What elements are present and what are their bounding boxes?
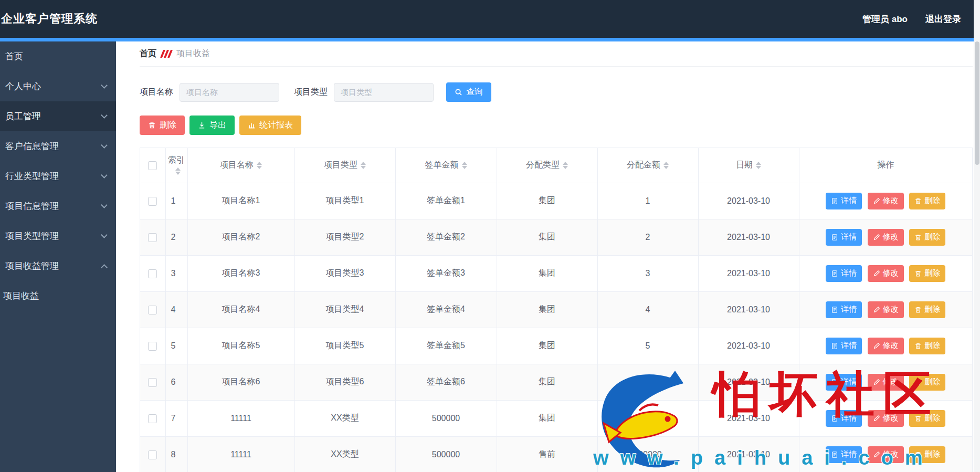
table-body: 1 项目名称1 项目类型1 签单金额1 集团 1 2021-03-10 详情 修… xyxy=(140,183,972,472)
breadcrumb: 首页 项目收益 xyxy=(140,41,973,67)
column-header[interactable]: 签单金额 xyxy=(395,148,497,183)
document-icon xyxy=(831,379,838,386)
sidebar-item[interactable]: 首页 xyxy=(0,41,116,71)
sort-icon[interactable] xyxy=(756,162,761,169)
sidebar-item[interactable]: 项目类型管理 xyxy=(0,221,116,251)
search-icon xyxy=(455,88,462,96)
sidebar-item[interactable]: 员工管理 xyxy=(0,101,116,131)
cell-alloc-amount: 6 xyxy=(597,364,698,400)
column-header[interactable]: 索引 xyxy=(165,148,187,183)
detail-button[interactable]: 详情 xyxy=(826,446,862,463)
cell-project-name: 项目名称1 xyxy=(187,183,294,219)
sort-icon[interactable] xyxy=(175,167,181,175)
row-checkbox[interactable] xyxy=(148,414,157,423)
delete-button[interactable]: 删除 xyxy=(140,116,185,135)
select-all-checkbox[interactable] xyxy=(148,161,157,170)
cell-alloc-type: 集团 xyxy=(497,400,597,436)
row-delete-button[interactable]: 删除 xyxy=(909,446,945,463)
detail-button[interactable]: 详情 xyxy=(826,265,862,282)
accent-strip xyxy=(0,38,980,41)
edit-button[interactable]: 修改 xyxy=(868,410,904,427)
edit-button[interactable]: 修改 xyxy=(868,193,904,209)
sort-icon[interactable] xyxy=(563,162,568,169)
sidebar-item[interactable]: 项目信息管理 xyxy=(0,191,116,221)
breadcrumb-separator-icon xyxy=(162,50,171,58)
detail-button[interactable]: 详情 xyxy=(826,229,862,246)
row-delete-button[interactable]: 删除 xyxy=(909,229,945,246)
logout-link[interactable]: 退出登录 xyxy=(925,13,961,25)
report-button[interactable]: 统计报表 xyxy=(239,116,301,135)
sidebar-item-label: 首页 xyxy=(5,50,23,62)
column-header-label: 分配金额 xyxy=(627,160,660,169)
column-header-label: 日期 xyxy=(736,160,753,169)
row-checkbox[interactable] xyxy=(148,306,157,314)
edit-button[interactable]: 修改 xyxy=(868,229,904,246)
sidebar-item[interactable]: 行业类型管理 xyxy=(0,161,116,191)
edit-button[interactable]: 修改 xyxy=(868,338,904,354)
row-delete-button[interactable]: 删除 xyxy=(909,410,945,427)
detail-button[interactable]: 详情 xyxy=(826,338,862,354)
cell-date: 2021-03-10 xyxy=(698,400,799,436)
row-checkbox[interactable] xyxy=(148,342,157,351)
project-type-label: 项目类型 xyxy=(294,87,328,98)
project-name-input[interactable] xyxy=(180,83,279,102)
sidebar-item[interactable]: 个人中心 xyxy=(0,71,116,101)
breadcrumb-current: 项目收益 xyxy=(176,48,210,59)
row-delete-button[interactable]: 删除 xyxy=(909,193,945,209)
cell-alloc-type: 集团 xyxy=(497,364,597,400)
page-scrollbar xyxy=(974,0,980,472)
edit-button[interactable]: 修改 xyxy=(868,446,904,463)
row-checkbox[interactable] xyxy=(148,450,157,459)
sidebar-item[interactable]: 项目收益管理 xyxy=(0,251,116,281)
column-header[interactable]: 项目类型 xyxy=(294,148,395,183)
trash-icon xyxy=(148,121,156,129)
chevron-icon xyxy=(101,202,108,208)
row-checkbox[interactable] xyxy=(148,233,157,242)
trash-icon xyxy=(914,306,922,313)
scrollbar-thumb[interactable] xyxy=(975,41,979,165)
column-header[interactable]: 分配类型 xyxy=(497,148,597,183)
query-button[interactable]: 查询 xyxy=(446,82,491,102)
download-icon xyxy=(198,121,206,129)
detail-button[interactable]: 详情 xyxy=(826,193,862,209)
detail-button[interactable]: 详情 xyxy=(826,301,862,318)
sidebar-item[interactable]: 客户信息管理 xyxy=(0,131,116,161)
detail-button[interactable]: 详情 xyxy=(826,374,862,391)
column-header[interactable]: 操作 xyxy=(799,148,972,183)
row-delete-button[interactable]: 删除 xyxy=(909,301,945,318)
breadcrumb-home[interactable]: 首页 xyxy=(140,48,156,59)
table-row: 8 11111 XX类型 500000 售前 100000 2021-03-10… xyxy=(140,436,972,472)
edit-button[interactable]: 修改 xyxy=(868,301,904,318)
cell-alloc-amount: 3 xyxy=(597,255,698,291)
toolbar: 删除 导出 统计报表 xyxy=(140,116,973,135)
app-title: 企业客户管理系统 xyxy=(1,11,98,27)
sort-icon[interactable] xyxy=(257,162,262,169)
export-button[interactable]: 导出 xyxy=(189,116,235,135)
column-header[interactable]: 分配金额 xyxy=(597,148,698,183)
edit-button[interactable]: 修改 xyxy=(868,265,904,282)
sort-icon[interactable] xyxy=(663,162,669,169)
column-header[interactable]: 日期 xyxy=(698,148,799,183)
current-user[interactable]: 管理员 abo xyxy=(862,13,908,25)
edit-button[interactable]: 修改 xyxy=(868,374,904,391)
row-checkbox[interactable] xyxy=(148,378,157,387)
row-delete-button[interactable]: 删除 xyxy=(909,265,945,282)
document-icon xyxy=(831,270,838,277)
row-checkbox[interactable] xyxy=(148,269,157,278)
row-delete-button[interactable]: 删除 xyxy=(909,374,945,391)
pencil-icon xyxy=(873,270,880,277)
row-delete-button[interactable]: 删除 xyxy=(909,338,945,354)
sort-icon[interactable] xyxy=(462,162,467,169)
trash-icon xyxy=(914,415,922,422)
cell-alloc-amount: 100000 xyxy=(597,436,698,472)
column-header[interactable]: 项目名称 xyxy=(187,148,294,183)
sort-icon[interactable] xyxy=(361,162,366,169)
detail-button[interactable]: 详情 xyxy=(826,410,862,427)
sidebar-item[interactable]: 项目收益 xyxy=(0,281,116,311)
project-type-input[interactable] xyxy=(334,83,434,102)
column-header-label: 操作 xyxy=(877,160,894,169)
document-icon xyxy=(831,306,838,313)
pencil-icon xyxy=(873,197,880,205)
trash-icon xyxy=(914,379,922,386)
row-checkbox[interactable] xyxy=(148,197,157,206)
